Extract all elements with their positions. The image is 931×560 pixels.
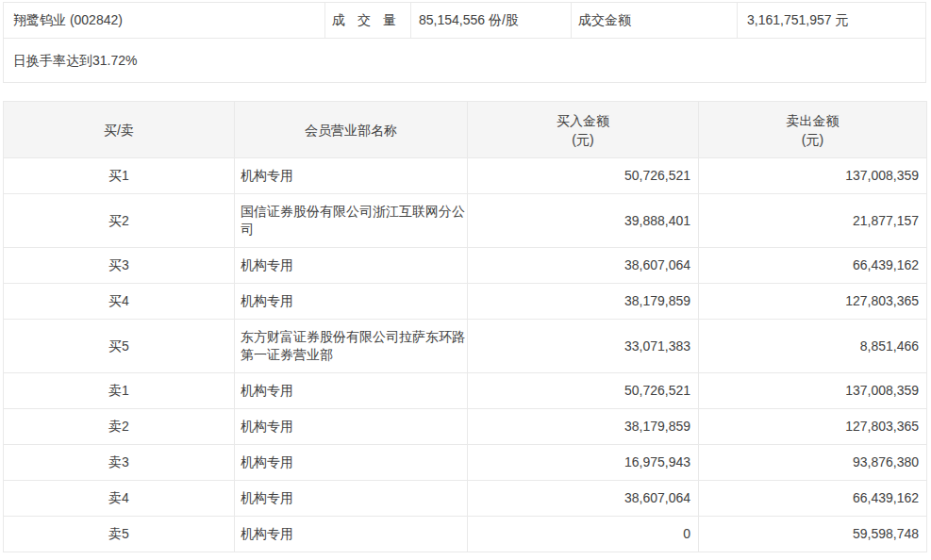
broker-cell: 机构专用 bbox=[235, 373, 468, 409]
header-row: 买/卖 会员营业部名称 买入金额 (元) 卖出金额 (元) bbox=[4, 102, 927, 158]
sell-amount-cell: 21,877,157 bbox=[699, 194, 927, 248]
sell-amount-cell: 127,803,365 bbox=[699, 284, 927, 320]
table-row-sell3: 卖3 机构专用 16,975,943 93,876,380 bbox=[4, 445, 927, 481]
side-cell: 买2 bbox=[4, 194, 235, 248]
buy-amount-cell: 38,607,064 bbox=[468, 248, 699, 284]
buy-amount-cell: 0 bbox=[468, 517, 699, 552]
table-row-sell5: 卖5 机构专用 0 59,598,748 bbox=[4, 517, 927, 552]
broker-cell: 机构专用 bbox=[235, 481, 468, 517]
volume-value: 85,154,556 份/股 bbox=[410, 3, 571, 38]
broker-cell: 机构专用 bbox=[235, 248, 468, 284]
col-header-side: 买/卖 bbox=[4, 102, 235, 158]
stock-name: 翔鹭钨业 (002842) bbox=[4, 3, 324, 38]
sell-amount-cell: 8,851,466 bbox=[699, 320, 927, 373]
stock-summary-bar: 翔鹭钨业 (002842) 成交量 85,154,556 份/股 成交金额 3,… bbox=[3, 2, 926, 39]
table-body: 买1 机构专用 50,726,521 137,008,359 买2 国信证券股份… bbox=[4, 158, 927, 552]
table-row-sell2: 卖2 机构专用 38,179,859 127,803,365 bbox=[4, 409, 927, 445]
sell-amount-cell: 59,598,748 bbox=[699, 517, 927, 552]
side-cell: 卖4 bbox=[4, 481, 235, 517]
buy-amount-cell: 16,975,943 bbox=[468, 445, 699, 481]
side-cell: 卖2 bbox=[4, 409, 235, 445]
side-cell: 买4 bbox=[4, 284, 235, 320]
side-cell: 卖1 bbox=[4, 373, 235, 409]
col-header-buy-amount: 买入金额 (元) bbox=[468, 102, 699, 158]
sell-amount-unit: (元) bbox=[699, 130, 926, 149]
buy-amount-cell: 33,071,383 bbox=[468, 320, 699, 373]
buy-amount-unit: (元) bbox=[468, 130, 698, 149]
side-cell: 买1 bbox=[4, 158, 235, 194]
table-row-buy3: 买3 机构专用 38,607,064 66,439,162 bbox=[4, 248, 927, 284]
amount-value: 3,161,751,957 元 bbox=[737, 3, 925, 38]
buy-amount-cell: 38,607,064 bbox=[468, 481, 699, 517]
broker-cell: 机构专用 bbox=[235, 517, 468, 552]
turnover-note: 日换手率达到31.72% bbox=[3, 39, 926, 83]
broker-cell: 东方财富证券股份有限公司拉萨东环路第一证券营业部 bbox=[235, 320, 468, 373]
sell-amount-cell: 93,876,380 bbox=[699, 445, 927, 481]
buy-amount-cell: 50,726,521 bbox=[468, 158, 699, 194]
broker-seats-table: 买/卖 会员营业部名称 买入金额 (元) 卖出金额 (元) 买1 机构专用 50… bbox=[3, 101, 927, 552]
side-cell: 买5 bbox=[4, 320, 235, 373]
side-cell: 卖5 bbox=[4, 517, 235, 552]
buy-amount-cell: 39,888,401 bbox=[468, 194, 699, 248]
sell-amount-cell: 66,439,162 bbox=[699, 248, 927, 284]
broker-cell: 机构专用 bbox=[235, 445, 468, 481]
amount-label: 成交金额 bbox=[571, 3, 737, 38]
col-header-broker: 会员营业部名称 bbox=[235, 102, 468, 158]
table-row-buy2: 买2 国信证券股份有限公司浙江互联网分公司 39,888,401 21,877,… bbox=[4, 194, 927, 248]
buy-amount-cell: 38,179,859 bbox=[468, 409, 699, 445]
sell-amount-cell: 127,803,365 bbox=[699, 409, 927, 445]
table-row-buy1: 买1 机构专用 50,726,521 137,008,359 bbox=[4, 158, 927, 194]
buy-amount-cell: 38,179,859 bbox=[468, 284, 699, 320]
sell-amount-cell: 137,008,359 bbox=[699, 158, 927, 194]
table-header: 买/卖 会员营业部名称 买入金额 (元) 卖出金额 (元) bbox=[4, 102, 927, 158]
col-header-sell-amount: 卖出金额 (元) bbox=[699, 102, 927, 158]
side-cell: 卖3 bbox=[4, 445, 235, 481]
table-row-buy5: 买5 东方财富证券股份有限公司拉萨东环路第一证券营业部 33,071,383 8… bbox=[4, 320, 927, 373]
buy-amount-cell: 50,726,521 bbox=[468, 373, 699, 409]
broker-cell: 机构专用 bbox=[235, 284, 468, 320]
table-row-sell1: 卖1 机构专用 50,726,521 137,008,359 bbox=[4, 373, 927, 409]
sell-amount-label: 卖出金额 bbox=[699, 111, 926, 130]
sell-amount-cell: 137,008,359 bbox=[699, 373, 927, 409]
table-row-sell4: 卖4 机构专用 38,607,064 66,439,162 bbox=[4, 481, 927, 517]
broker-cell: 机构专用 bbox=[235, 158, 468, 194]
broker-cell: 国信证券股份有限公司浙江互联网分公司 bbox=[235, 194, 468, 248]
buy-amount-label: 买入金额 bbox=[468, 111, 698, 130]
broker-cell: 机构专用 bbox=[235, 409, 468, 445]
table-row-buy4: 买4 机构专用 38,179,859 127,803,365 bbox=[4, 284, 927, 320]
volume-label: 成交量 bbox=[324, 3, 410, 38]
page-container: 翔鹭钨业 (002842) 成交量 85,154,556 份/股 成交金额 3,… bbox=[3, 0, 926, 552]
section-gap bbox=[3, 83, 926, 101]
sell-amount-cell: 66,439,162 bbox=[699, 481, 927, 517]
side-cell: 买3 bbox=[4, 248, 235, 284]
